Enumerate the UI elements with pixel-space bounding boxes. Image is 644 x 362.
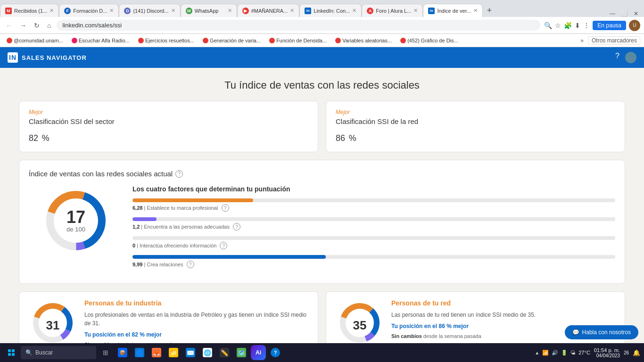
minimize-button[interactable]: — — [608, 10, 617, 17]
bookmark-unam[interactable]: @comunidad.unam... — [4, 37, 66, 44]
tab-alura[interactable]: A Foro | Alura L... ✕ — [362, 4, 423, 17]
tab-discord[interactable]: D (141) Discord... ✕ — [119, 4, 180, 17]
mail-icon: ✉️ — [186, 348, 195, 357]
taskbar-mail[interactable]: ✉️ — [183, 345, 198, 360]
taskbar-search-icon: 🔍 — [25, 349, 33, 356]
ssi-help-icon[interactable]: ? — [175, 170, 183, 178]
ln-header-actions: ? — [615, 52, 636, 63]
tab-youtube[interactable]: ▶ #MAÑANERA... ✕ — [237, 4, 300, 17]
bookmark-icon[interactable]: ☆ — [555, 22, 561, 29]
taskbar: 🔍 Buscar ⊞ 📦 🌀 🦊 📁 ✉️ 🌐 — [0, 343, 644, 362]
new-tab-button[interactable]: + — [483, 4, 496, 17]
tab-gmail-close[interactable]: ✕ — [50, 8, 54, 14]
factor-4-label: 9,99 | Crea relaciones ? — [132, 261, 615, 268]
bookmark-ejercicios-label: Ejercicios resueltos... — [145, 38, 194, 43]
volume-icon[interactable]: 🔊 — [552, 350, 558, 356]
forward-button[interactable]: → — [18, 21, 28, 30]
tab-alura-close[interactable]: ✕ — [413, 8, 418, 14]
bookmark-ejercicios[interactable]: Ejercicios resueltos... — [135, 37, 197, 44]
battery-icon[interactable]: 🔋 — [561, 350, 568, 356]
factor-2-label: 1,2 | Encuentra a las personas adecuadas… — [132, 223, 615, 230]
tab-ssi-close[interactable]: ✕ — [473, 8, 478, 14]
network-people-text: Las personas de tu red tienen un índice … — [391, 311, 617, 319]
tab-ssi[interactable]: in Índice de ver... ✕ — [423, 4, 483, 17]
files-icon: 📁 — [169, 348, 178, 357]
factor-1-help[interactable]: ? — [222, 204, 229, 212]
taskbar-clock[interactable]: 01:54 p. m. 04/04/2023 — [594, 347, 620, 358]
taskbar-time: 01:54 p. m. — [594, 347, 620, 353]
ln-user-avatar[interactable] — [625, 52, 636, 63]
extensions-icon[interactable]: 🧩 — [564, 22, 572, 29]
bookmark-funcion[interactable]: Función de Densida... — [266, 37, 330, 44]
factor-2-bar-container — [132, 217, 615, 221]
factor-2-help[interactable]: ? — [233, 223, 240, 230]
taskbar-maps[interactable]: 🗺️ — [234, 345, 249, 360]
toolbar-icons: 🔍 ☆ 🧩 ⬇ ⋮ En pausa U — [544, 20, 640, 31]
tab-gmail[interactable]: M Recibidos (1... ✕ — [0, 4, 59, 17]
help-icon[interactable]: ? — [615, 52, 619, 63]
chat-button[interactable]: 💬 Habla con nosotros — [565, 325, 638, 339]
task-view-icon: ⊞ — [103, 349, 108, 356]
taskbar-chrome[interactable]: 🌐 — [200, 345, 215, 360]
bookmark-radio-label: Escuchar Alfa Radio... — [79, 38, 130, 43]
maximize-button[interactable]: ⬜ — [619, 10, 630, 17]
tab-linkedin-close[interactable]: ✕ — [352, 8, 356, 14]
search-icon: 🔍 — [544, 22, 552, 29]
close-button[interactable]: ✕ — [632, 10, 640, 17]
window-controls: — ⬜ ✕ — [608, 10, 644, 17]
temperature: 27°C — [578, 350, 590, 355]
chrome-icon: 🌐 — [203, 348, 212, 357]
linkedin-logo-icon: in — [8, 52, 18, 63]
tab-formacion[interactable]: F Formación D... ✕ — [59, 4, 119, 17]
sector-card: Mejor Clasificación SSI del sector 82 % — [19, 101, 318, 152]
url-input[interactable] — [57, 20, 540, 31]
factors-title: Los cuatro factores que determinan tu pu… — [132, 185, 615, 193]
bookmark-more[interactable]: » — [580, 37, 584, 44]
start-button[interactable] — [4, 345, 19, 360]
bookmark-generacion[interactable]: Generación de varia... — [200, 37, 264, 44]
bookmark-folder[interactable]: Otros marcadores — [588, 36, 640, 45]
bookmark-grafico[interactable]: (452) Gráfico de Dis... — [397, 37, 461, 44]
network-people-score: 35 — [353, 318, 367, 333]
taskbar-sketchbook[interactable]: ✏️ — [217, 345, 232, 360]
settings-icon[interactable]: ⋮ — [583, 22, 590, 29]
factor-3-value: 0 — [132, 243, 135, 248]
download-icon[interactable]: ⬇ — [575, 22, 580, 29]
taskbar-help[interactable]: ? — [268, 345, 283, 360]
user-avatar[interactable]: U — [629, 20, 640, 31]
factor-2-bar — [132, 217, 157, 221]
sector-card-label: Mejor — [29, 109, 308, 115]
tab-discord-close[interactable]: ✕ — [171, 8, 175, 14]
back-button[interactable]: ← — [4, 21, 14, 30]
tab-formacion-close[interactable]: ✕ — [109, 8, 114, 14]
taskbar-firefox[interactable]: 🦊 — [149, 345, 164, 360]
reload-button[interactable]: ↻ — [32, 21, 41, 30]
taskbar-edge[interactable]: 🌀 — [132, 345, 147, 360]
taskbar-files[interactable]: 📁 — [166, 345, 181, 360]
home-button[interactable]: ⌂ — [45, 21, 53, 30]
up-arrow-icon[interactable]: ▲ — [535, 350, 539, 355]
factor-3-text: Interactúa ofreciendo información — [140, 243, 216, 248]
ssi-panel-title-text: Índice de ventas con las redes sociales … — [29, 170, 173, 178]
factor-3-help[interactable]: ? — [220, 242, 227, 249]
pause-button[interactable]: En pausa — [593, 21, 626, 30]
bookmark-radio[interactable]: Escuchar Alfa Radio... — [69, 37, 132, 44]
network-icon[interactable]: 📶 — [542, 350, 549, 356]
sector-card-title: Clasificación SSI del sector — [29, 117, 308, 125]
notification-icon[interactable]: 🔔 — [633, 349, 640, 356]
tab-youtube-close[interactable]: ✕ — [290, 8, 294, 14]
network-people-highlight-text: Tu posición en el 86 % mejor — [391, 323, 469, 329]
task-view-button[interactable]: ⊞ — [98, 345, 113, 360]
sector-unit: % — [42, 133, 50, 143]
bookmark-variables[interactable]: Variables aleatorias... — [332, 37, 395, 44]
ai-icon[interactable]: Ai — [251, 345, 266, 360]
ssi-panel-title: Índice de ventas con las redes sociales … — [29, 170, 615, 178]
sector-card-value: 82 % — [29, 129, 308, 144]
taskbar-dropbox[interactable]: 📦 — [115, 345, 130, 360]
tab-linkedin[interactable]: in LinkedIn: Con... ✕ — [299, 4, 362, 17]
factor-4-help[interactable]: ? — [187, 261, 194, 268]
tab-whatsapp[interactable]: W WhatsApp ✕ — [181, 4, 237, 17]
tab-whatsapp-close[interactable]: ✕ — [228, 8, 232, 14]
taskbar-search[interactable]: 🔍 Buscar — [21, 346, 96, 359]
bookmark-unam-label: @comunidad.unam... — [14, 38, 63, 43]
